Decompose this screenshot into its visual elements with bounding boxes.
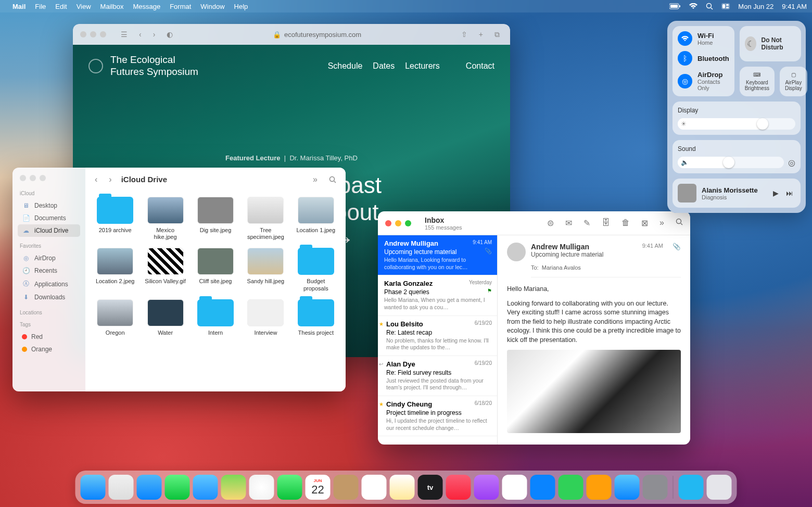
sidebar-item-desktop[interactable]: 🖥Desktop (18, 199, 80, 212)
file-item[interactable]: Cliff site.jpeg (193, 248, 238, 291)
search-icon[interactable] (676, 218, 683, 228)
dock-facetime[interactable] (277, 475, 302, 500)
dock-contacts[interactable] (334, 475, 359, 500)
junk-icon[interactable]: ⊠ (641, 218, 648, 228)
back-button[interactable]: ‹ (93, 174, 99, 185)
file-item[interactable]: Water (143, 299, 187, 336)
message-item[interactable]: ↩Alan Dye6/19/20Re: Field survey results… (378, 356, 497, 396)
sidebar-item-red[interactable]: Red (18, 331, 80, 343)
window-controls[interactable] (385, 220, 411, 226)
address-bar[interactable]: 🔒ecofuturesymposium.com (181, 31, 452, 39)
file-item[interactable]: Location 1.jpeg (294, 197, 338, 240)
message-item[interactable]: ★Cindy Cheung6/18/20Project timeline in … (378, 396, 497, 436)
menu-edit[interactable]: Edit (55, 3, 67, 10)
file-item[interactable]: Intern (193, 299, 238, 336)
dock-reminders[interactable] (362, 475, 387, 500)
file-item[interactable]: Sandy hill.jpeg (243, 248, 288, 291)
cc-now-playing[interactable]: Alanis Morissette Diagnosis ▶ ⏭ (673, 179, 801, 208)
sidebar-item-downloads[interactable]: ⬇Downloads (18, 291, 80, 303)
dock-calendar[interactable]: JUN22 (306, 475, 331, 500)
file-item[interactable]: 2019 archive (93, 197, 137, 240)
site-logo[interactable] (88, 59, 103, 73)
message-item[interactable]: ★Lou Belsito6/19/20Re: Latest recapNo pr… (378, 316, 497, 356)
dock-tv[interactable]: tv (418, 475, 443, 500)
filter-icon[interactable]: ⊜ (547, 218, 554, 228)
wifi-icon[interactable] (689, 3, 697, 9)
sidebar-item-icloud-drive[interactable]: ☁iCloud Drive (18, 224, 80, 237)
file-item[interactable]: Dig site.jpeg (193, 197, 238, 240)
file-item[interactable]: Budget proposals (294, 248, 338, 291)
dock-news[interactable] (502, 475, 527, 500)
menu-file[interactable]: File (35, 3, 46, 10)
menu-format[interactable]: Format (170, 3, 191, 10)
sidebar-item-orange[interactable]: Orange (18, 343, 80, 356)
control-center-icon[interactable] (721, 3, 730, 9)
dock-app-store[interactable] (615, 475, 640, 500)
reader-button[interactable]: ◐ (163, 28, 176, 41)
menu-help[interactable]: Help (234, 3, 248, 10)
attachment-icon[interactable]: 📎 (673, 243, 681, 250)
menubar-time[interactable]: 9:41 AM (782, 3, 807, 10)
file-item[interactable]: Mexico hike.jpeg (143, 197, 187, 240)
dock-system-preferences[interactable] (643, 475, 668, 500)
dock-numbers[interactable] (559, 475, 583, 500)
dock-photos[interactable] (249, 475, 274, 500)
spotlight-icon[interactable] (706, 3, 713, 10)
menu-window[interactable]: Window (200, 3, 224, 10)
nav-contact[interactable]: Contact (466, 61, 494, 71)
window-controls[interactable] (18, 175, 80, 181)
display-slider[interactable]: ☀ (678, 118, 795, 130)
dock-music[interactable] (446, 475, 471, 500)
nav-lecturers[interactable]: Lecturers (405, 61, 440, 71)
file-item[interactable]: Thesis project (294, 299, 338, 336)
file-item[interactable]: Silicon Valley.gif (143, 248, 187, 291)
file-item[interactable]: Interview (243, 299, 288, 336)
sound-slider[interactable]: 🔈 (678, 157, 784, 168)
forward-button[interactable]: › (107, 174, 113, 185)
dock-safari[interactable] (137, 475, 162, 500)
share-button[interactable]: ⇧ (458, 28, 471, 41)
forward-icon[interactable]: ⏭ (786, 189, 793, 197)
dock-notes[interactable] (390, 475, 415, 500)
envelope-icon[interactable]: ✉ (565, 218, 572, 228)
dock-podcasts[interactable] (474, 475, 499, 500)
file-item[interactable]: Oregon (93, 299, 137, 336)
menu-mailbox[interactable]: Mailbox (100, 3, 124, 10)
dock-finder[interactable] (81, 475, 106, 500)
nav-dates[interactable]: Dates (373, 61, 395, 71)
back-button[interactable]: ‹ (136, 28, 145, 41)
forward-button[interactable]: › (150, 28, 159, 41)
play-icon[interactable]: ▶ (773, 189, 779, 197)
sidebar-button[interactable]: ☰ (118, 28, 131, 41)
sidebar-item-recents[interactable]: 🕘Recents (18, 264, 80, 277)
sidebar-item-documents[interactable]: 📄Documents (18, 212, 80, 224)
more-button[interactable]: » (311, 174, 320, 185)
dock-maps[interactable] (221, 475, 246, 500)
search-button[interactable] (327, 175, 338, 184)
dock-trash[interactable] (707, 475, 732, 500)
archive-icon[interactable]: 🗄 (602, 218, 610, 228)
sidebar-item-applications[interactable]: ⒶApplications (18, 277, 80, 291)
more-icon[interactable]: » (659, 218, 664, 228)
sidebar-item-airdrop[interactable]: ◎AirDrop (18, 252, 80, 264)
new-tab-button[interactable]: + (476, 28, 486, 41)
dock-pages[interactable] (587, 475, 612, 500)
battery-icon[interactable] (669, 3, 681, 9)
message-item[interactable]: Karla GonzalezYesterdayPhase 2 queries⚑H… (378, 275, 497, 315)
file-item[interactable]: Tree specimen.jpeg (243, 197, 288, 240)
dock-downloads[interactable] (679, 475, 704, 500)
menu-message[interactable]: Message (133, 3, 160, 10)
cc-airplay[interactable]: ▢ AirPlay Display (780, 67, 807, 96)
file-item[interactable]: Location 2.jpeg (93, 248, 137, 291)
cc-wifi[interactable]: Wi-FiHome (678, 31, 729, 46)
nav-schedule[interactable]: Schedule (328, 61, 363, 71)
menubar-date[interactable]: Mon Jun 22 (738, 3, 773, 10)
compose-icon[interactable]: ✎ (583, 218, 590, 228)
menu-view[interactable]: View (77, 3, 91, 10)
sound-output-icon[interactable]: ◎ (788, 158, 795, 168)
app-menu[interactable]: Mail (12, 3, 26, 10)
trash-icon[interactable]: 🗑 (621, 218, 630, 228)
dock-messages[interactable] (165, 475, 190, 500)
message-item[interactable]: Andrew Mulligan9:41 AMUpcoming lecture m… (378, 235, 497, 275)
cc-dnd[interactable]: ☾ Do Not Disturb (740, 26, 801, 61)
